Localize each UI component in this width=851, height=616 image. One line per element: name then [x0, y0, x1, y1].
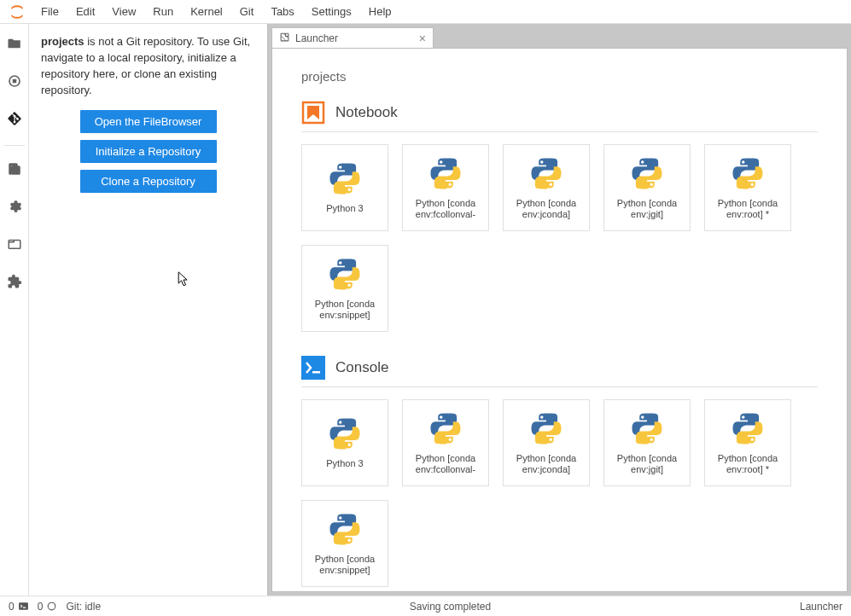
clone-repo-button[interactable]: Clone a Repository	[80, 170, 217, 193]
section-header-console: Console	[301, 356, 818, 380]
card-grid-console: Python 3 Python [conda env:fcollonval- P…	[301, 399, 818, 587]
card-label: Python [conda env:jconda]	[509, 198, 584, 220]
launcher-card[interactable]: Python [conda env:snippet]	[301, 500, 388, 587]
svg-rect-6	[312, 371, 320, 374]
folder-icon[interactable]	[0, 29, 29, 58]
card-grid-notebook: Python 3 Python [conda env:fcollonval- P…	[301, 144, 818, 332]
launcher-card[interactable]: Python [conda env:root] *	[704, 144, 791, 231]
open-filebrowser-button[interactable]: Open the FileBrowser	[80, 110, 217, 133]
menu-edit[interactable]: Edit	[67, 2, 103, 21]
launcher-card[interactable]: Python 3	[301, 399, 388, 486]
launcher-card[interactable]: Python [conda env:jgit]	[603, 399, 691, 486]
card-label: Python 3	[326, 458, 363, 469]
tab-label: Launcher	[295, 32, 338, 44]
section-title: Console	[335, 359, 388, 376]
launcher-card[interactable]: Python [conda env:jconda]	[503, 399, 590, 486]
launcher-card[interactable]: Python [conda env:fcollonval-	[402, 399, 489, 486]
python-icon	[327, 511, 363, 547]
card-label: Python [conda env:jgit]	[609, 198, 685, 220]
launcher-card[interactable]: Python [conda env:root] *	[704, 399, 791, 486]
card-label: Python [conda env:root] *	[710, 198, 785, 220]
svg-point-8	[49, 602, 56, 610]
python-icon	[327, 256, 363, 292]
tabs-icon[interactable]	[0, 230, 29, 259]
launcher-card[interactable]: Python 3	[301, 144, 388, 231]
menu-view[interactable]: View	[103, 2, 144, 21]
section-divider	[301, 131, 818, 132]
git-repo-name: projects	[41, 35, 85, 48]
menu-settings[interactable]: Settings	[303, 2, 360, 21]
svg-rect-7	[19, 602, 28, 610]
initialize-repo-button[interactable]: Initialize a Repository	[80, 140, 217, 163]
python-icon	[730, 410, 766, 446]
status-center: Saving completed	[410, 601, 491, 613]
status-kernels[interactable]: 0	[38, 601, 58, 613]
git-icon[interactable]	[0, 104, 29, 133]
python-icon	[730, 155, 766, 191]
launcher-card[interactable]: Python [conda env:jconda]	[503, 144, 590, 231]
git-panel-message: projects is not a Git repository. To use…	[41, 34, 255, 98]
svg-rect-5	[301, 356, 325, 380]
menu-help[interactable]: Help	[360, 2, 400, 21]
card-label: Python [conda env:jgit]	[609, 453, 685, 475]
python-icon	[428, 155, 463, 191]
python-icon	[428, 410, 463, 446]
settings-icon[interactable]	[0, 192, 29, 221]
launcher-card[interactable]: Python [conda env:jgit]	[603, 144, 691, 231]
section-divider	[301, 386, 818, 387]
console-section-icon	[301, 356, 325, 380]
menu-kernel[interactable]: Kernel	[182, 2, 231, 21]
launcher-scroll[interactable]: projects Notebook Python 3 Python [conda…	[272, 49, 847, 591]
section-title: Notebook	[335, 104, 398, 121]
python-icon	[629, 155, 665, 191]
status-terminals[interactable]: 0	[9, 601, 29, 613]
activity-divider	[4, 145, 25, 146]
jupyter-logo	[9, 3, 26, 20]
python-icon	[327, 160, 363, 196]
running-icon[interactable]	[0, 67, 29, 96]
notebook-section-icon	[301, 101, 325, 125]
tab-bar: Launcher ×	[268, 24, 851, 48]
menubar: FileEditViewRunKernelGitTabsSettingsHelp	[0, 0, 851, 24]
launcher-card[interactable]: Python [conda env:snippet]	[301, 245, 388, 332]
menu-git[interactable]: Git	[231, 2, 263, 21]
commands-icon[interactable]	[0, 154, 29, 183]
python-icon	[327, 416, 363, 451]
git-panel: projects is not a Git repository. To use…	[29, 24, 268, 596]
card-label: Python [conda env:snippet]	[307, 554, 382, 576]
section-header-notebook: Notebook	[301, 101, 818, 125]
python-icon	[629, 410, 665, 446]
svg-rect-1	[12, 79, 16, 84]
main-area: projects is not a Git repository. To use…	[0, 24, 851, 596]
tab-launcher[interactable]: Launcher ×	[271, 27, 434, 48]
card-label: Python 3	[326, 203, 363, 214]
launcher-content: projects Notebook Python 3 Python [conda…	[271, 48, 848, 592]
menu-file[interactable]: File	[32, 2, 67, 21]
git-button-group: Open the FileBrowser Initialize a Reposi…	[41, 110, 255, 193]
card-label: Python [conda env:fcollonval-	[408, 198, 483, 220]
python-icon	[528, 410, 564, 446]
activity-bar	[0, 24, 29, 596]
menu-tabs[interactable]: Tabs	[262, 2, 302, 21]
status-git[interactable]: Git: idle	[66, 601, 101, 613]
dock-panel: Launcher × projects Notebook Python 3 Py…	[268, 24, 851, 596]
card-label: Python [conda env:root] *	[710, 453, 785, 475]
status-bar: 0 0 Git: idle Saving completed Launcher	[0, 596, 851, 616]
card-label: Python [conda env:jconda]	[509, 453, 584, 475]
launcher-breadcrumb: projects	[301, 69, 818, 84]
launcher-tab-icon	[279, 32, 290, 45]
python-icon	[528, 155, 564, 191]
launcher-card[interactable]: Python [conda env:fcollonval-	[402, 144, 489, 231]
card-label: Python [conda env:fcollonval-	[408, 453, 483, 475]
extension-icon[interactable]	[0, 267, 29, 296]
card-label: Python [conda env:snippet]	[307, 299, 382, 321]
menu-run[interactable]: Run	[144, 2, 182, 21]
close-icon[interactable]: ×	[419, 32, 426, 44]
status-mode[interactable]: Launcher	[800, 601, 842, 613]
